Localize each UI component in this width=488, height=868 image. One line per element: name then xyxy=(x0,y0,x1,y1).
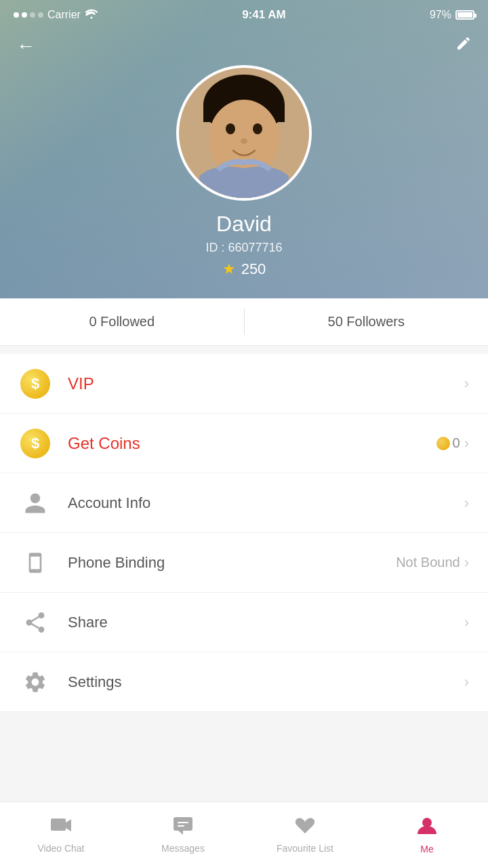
stats-bar: 0 Followed 50 Followers xyxy=(0,298,488,346)
followers-count: 50 Followers xyxy=(328,314,405,330)
coin-count-badge: 0 xyxy=(436,435,460,451)
svg-rect-7 xyxy=(51,818,66,831)
settings-icon xyxy=(19,666,52,698)
svg-point-6 xyxy=(241,138,247,144)
back-button[interactable]: ← xyxy=(16,35,35,57)
phone-binding-label: Phone Binding xyxy=(68,554,396,572)
coins-count-container: 0 › xyxy=(436,435,469,452)
followed-count: 0 Followed xyxy=(89,314,155,330)
status-left: Carrier xyxy=(14,8,98,22)
svg-rect-11 xyxy=(178,822,188,823)
share-label: Share xyxy=(68,614,464,631)
svg-point-4 xyxy=(226,123,235,134)
menu-list: $ VIP › $ Get Coins 0 › Account Info › xyxy=(0,354,488,712)
messages-label: Messages xyxy=(161,843,205,854)
status-time: 9:41 AM xyxy=(242,8,286,22)
vip-chevron-container: › xyxy=(464,375,469,393)
svg-rect-12 xyxy=(178,825,184,827)
edit-button[interactable] xyxy=(455,35,472,56)
messages-icon xyxy=(173,816,193,840)
get-coins-menu-item[interactable]: $ Get Coins 0 › xyxy=(0,414,488,473)
battery-percentage: 97% xyxy=(430,9,451,21)
followed-stat[interactable]: 0 Followed xyxy=(0,298,244,345)
hero-content: David ID : 66077716 ★ 250 xyxy=(0,65,488,278)
dot-3 xyxy=(30,12,35,18)
phone-binding-right: Not Bound › xyxy=(396,554,469,572)
avatar xyxy=(176,65,312,201)
coin-sm-icon xyxy=(436,437,450,450)
get-coins-label: Get Coins xyxy=(68,434,436,453)
status-bar: Carrier 9:41 AM 97% xyxy=(0,0,488,30)
vip-menu-item[interactable]: $ VIP › xyxy=(0,354,488,414)
coin-icon: $ xyxy=(20,369,50,399)
profile-score: ★ 250 xyxy=(222,260,266,278)
get-coins-icon: $ xyxy=(20,429,50,458)
vip-chevron-icon: › xyxy=(464,375,469,393)
profile-id: ID : 66077716 xyxy=(205,241,282,255)
phone-binding-menu-item[interactable]: Phone Binding Not Bound › xyxy=(0,533,488,593)
coins-count-value: 0 xyxy=(453,435,460,451)
svg-marker-10 xyxy=(178,831,183,835)
battery-icon xyxy=(455,10,474,20)
tab-video-chat[interactable]: Video Chat xyxy=(0,802,122,868)
score-value: 250 xyxy=(241,260,266,278)
share-chevron-container: › xyxy=(464,614,469,631)
account-info-chevron-container: › xyxy=(464,494,469,512)
vip-label: VIP xyxy=(68,374,464,393)
video-chat-icon xyxy=(50,816,72,840)
me-label: Me xyxy=(420,844,433,854)
phone-binding-icon xyxy=(19,547,52,579)
not-bound-text: Not Bound xyxy=(396,555,460,570)
dot-2 xyxy=(22,12,27,18)
svg-point-13 xyxy=(422,818,432,827)
followers-stat[interactable]: 50 Followers xyxy=(245,298,489,345)
account-info-label: Account Info xyxy=(68,494,464,512)
settings-menu-item[interactable]: Settings › xyxy=(0,652,488,712)
tab-bar: Video Chat Messages Favourite List xyxy=(0,802,488,868)
svg-point-5 xyxy=(253,123,262,134)
svg-marker-8 xyxy=(66,819,71,831)
share-menu-item[interactable]: Share › xyxy=(0,593,488,652)
account-info-chevron-icon: › xyxy=(464,494,469,512)
signal-dots xyxy=(14,12,43,18)
status-right: 97% xyxy=(430,9,474,21)
settings-chevron-container: › xyxy=(464,673,469,691)
dot-4 xyxy=(38,12,43,18)
video-chat-label: Video Chat xyxy=(37,843,84,854)
share-chevron-icon: › xyxy=(464,614,469,631)
me-icon xyxy=(417,816,437,841)
profile-name: David xyxy=(216,212,272,237)
phone-binding-chevron-icon: › xyxy=(464,554,469,572)
share-icon xyxy=(19,606,52,639)
get-coins-chevron-icon: › xyxy=(464,435,469,452)
tab-me[interactable]: Me xyxy=(366,802,488,868)
settings-chevron-icon: › xyxy=(464,673,469,691)
hero-section: ← xyxy=(0,0,488,298)
favourite-list-label: Favourite List xyxy=(277,843,333,854)
star-icon: ★ xyxy=(222,260,236,278)
vip-icon: $ xyxy=(19,368,52,400)
svg-rect-9 xyxy=(174,817,192,831)
settings-label: Settings xyxy=(68,673,464,691)
tab-messages[interactable]: Messages xyxy=(122,802,244,868)
tab-favourite-list[interactable]: Favourite List xyxy=(244,802,366,868)
account-info-icon xyxy=(19,487,52,519)
carrier-label: Carrier xyxy=(47,9,81,21)
favourite-list-icon xyxy=(295,816,315,840)
battery-fill xyxy=(458,12,472,18)
get-coins-icon-container: $ xyxy=(19,427,52,460)
dot-1 xyxy=(14,12,19,18)
account-info-menu-item[interactable]: Account Info › xyxy=(0,473,488,533)
wifi-icon xyxy=(85,8,98,22)
